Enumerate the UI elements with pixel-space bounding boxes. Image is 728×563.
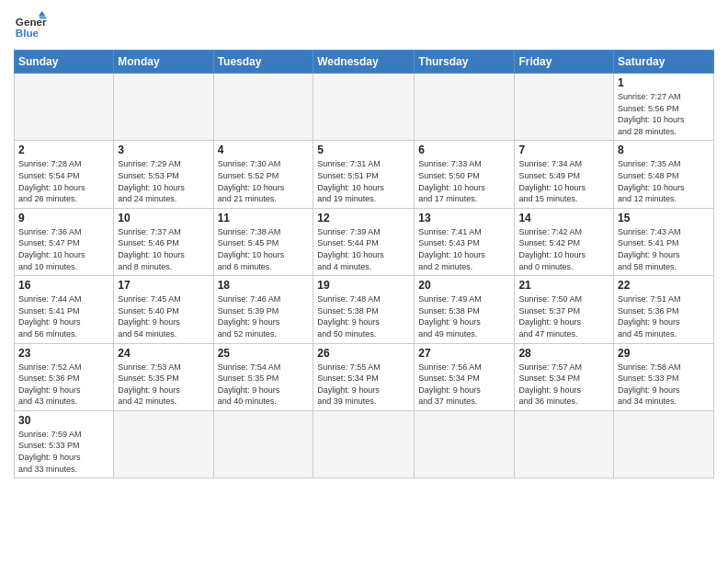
calendar-day-cell bbox=[415, 74, 515, 141]
calendar-day-cell: 17Sunrise: 7:45 AM Sunset: 5:40 PM Dayli… bbox=[114, 276, 213, 343]
calendar-day-cell: 24Sunrise: 7:53 AM Sunset: 5:35 PM Dayli… bbox=[114, 343, 213, 410]
calendar-day-cell bbox=[213, 410, 313, 477]
calendar-day-cell: 6Sunrise: 7:33 AM Sunset: 5:50 PM Daylig… bbox=[415, 141, 515, 208]
day-info: Sunrise: 7:48 AM Sunset: 5:38 PM Dayligh… bbox=[317, 293, 410, 339]
calendar-day-cell: 21Sunrise: 7:50 AM Sunset: 5:37 PM Dayli… bbox=[515, 276, 614, 343]
day-number: 16 bbox=[18, 279, 109, 292]
day-info: Sunrise: 7:36 AM Sunset: 5:47 PM Dayligh… bbox=[18, 226, 109, 272]
calendar-day-cell bbox=[114, 410, 213, 477]
weekday-header-thursday: Thursday bbox=[415, 51, 515, 74]
day-info: Sunrise: 7:45 AM Sunset: 5:40 PM Dayligh… bbox=[118, 293, 209, 339]
calendar-day-cell: 30Sunrise: 7:59 AM Sunset: 5:33 PM Dayli… bbox=[15, 410, 114, 477]
day-number: 4 bbox=[218, 144, 310, 156]
day-number: 29 bbox=[618, 347, 710, 360]
calendar-week-row: 23Sunrise: 7:52 AM Sunset: 5:36 PM Dayli… bbox=[15, 343, 714, 410]
page: General Blue SundayMondayTuesdayWednesda… bbox=[0, 0, 728, 488]
day-info: Sunrise: 7:55 AM Sunset: 5:34 PM Dayligh… bbox=[317, 362, 410, 408]
day-info: Sunrise: 7:39 AM Sunset: 5:44 PM Dayligh… bbox=[317, 226, 410, 272]
calendar-day-cell: 15Sunrise: 7:43 AM Sunset: 5:41 PM Dayli… bbox=[614, 208, 714, 275]
calendar-day-cell: 27Sunrise: 7:56 AM Sunset: 5:34 PM Dayli… bbox=[415, 343, 515, 410]
day-info: Sunrise: 7:44 AM Sunset: 5:41 PM Dayligh… bbox=[18, 293, 109, 339]
weekday-header-tuesday: Tuesday bbox=[213, 51, 313, 74]
day-info: Sunrise: 7:35 AM Sunset: 5:48 PM Dayligh… bbox=[618, 158, 710, 204]
calendar-week-row: 1Sunrise: 7:27 AM Sunset: 5:56 PM Daylig… bbox=[15, 74, 714, 141]
day-number: 1 bbox=[618, 76, 710, 89]
day-number: 17 bbox=[118, 279, 209, 292]
calendar-day-cell: 26Sunrise: 7:55 AM Sunset: 5:34 PM Dayli… bbox=[313, 343, 415, 410]
calendar-day-cell: 14Sunrise: 7:42 AM Sunset: 5:42 PM Dayli… bbox=[515, 208, 614, 275]
calendar-day-cell: 16Sunrise: 7:44 AM Sunset: 5:41 PM Dayli… bbox=[15, 276, 114, 343]
day-info: Sunrise: 7:31 AM Sunset: 5:51 PM Dayligh… bbox=[317, 158, 410, 204]
day-number: 12 bbox=[317, 212, 410, 224]
calendar-day-cell bbox=[313, 74, 415, 141]
day-number: 7 bbox=[518, 144, 609, 156]
day-info: Sunrise: 7:51 AM Sunset: 5:36 PM Dayligh… bbox=[618, 293, 710, 339]
calendar-day-cell: 19Sunrise: 7:48 AM Sunset: 5:38 PM Dayli… bbox=[313, 276, 415, 343]
calendar-day-cell: 13Sunrise: 7:41 AM Sunset: 5:43 PM Dayli… bbox=[415, 208, 515, 275]
calendar-day-cell bbox=[415, 410, 515, 477]
svg-marker-2 bbox=[39, 11, 45, 16]
day-number: 24 bbox=[118, 347, 209, 360]
day-number: 19 bbox=[317, 279, 410, 292]
calendar-day-cell: 3Sunrise: 7:29 AM Sunset: 5:53 PM Daylig… bbox=[114, 141, 213, 208]
header-area: General Blue bbox=[14, 9, 714, 42]
day-number: 18 bbox=[218, 279, 310, 292]
day-info: Sunrise: 7:56 AM Sunset: 5:34 PM Dayligh… bbox=[418, 362, 510, 408]
calendar-week-row: 9Sunrise: 7:36 AM Sunset: 5:47 PM Daylig… bbox=[15, 208, 714, 275]
day-info: Sunrise: 7:37 AM Sunset: 5:46 PM Dayligh… bbox=[118, 226, 209, 272]
calendar-day-cell: 28Sunrise: 7:57 AM Sunset: 5:34 PM Dayli… bbox=[515, 343, 614, 410]
day-info: Sunrise: 7:28 AM Sunset: 5:54 PM Dayligh… bbox=[18, 158, 109, 204]
weekday-header-wednesday: Wednesday bbox=[313, 51, 415, 74]
calendar-day-cell: 10Sunrise: 7:37 AM Sunset: 5:46 PM Dayli… bbox=[114, 208, 213, 275]
day-number: 25 bbox=[218, 347, 310, 360]
day-info: Sunrise: 7:27 AM Sunset: 5:56 PM Dayligh… bbox=[618, 91, 710, 137]
day-number: 2 bbox=[18, 144, 109, 156]
day-info: Sunrise: 7:33 AM Sunset: 5:50 PM Dayligh… bbox=[418, 158, 510, 204]
calendar-table: SundayMondayTuesdayWednesdayThursdayFrid… bbox=[14, 50, 714, 478]
calendar-week-row: 16Sunrise: 7:44 AM Sunset: 5:41 PM Dayli… bbox=[15, 276, 714, 343]
calendar-day-cell: 5Sunrise: 7:31 AM Sunset: 5:51 PM Daylig… bbox=[313, 141, 415, 208]
day-info: Sunrise: 7:43 AM Sunset: 5:41 PM Dayligh… bbox=[618, 226, 710, 272]
day-number: 3 bbox=[118, 144, 209, 156]
day-info: Sunrise: 7:30 AM Sunset: 5:52 PM Dayligh… bbox=[218, 158, 310, 204]
day-number: 10 bbox=[118, 212, 209, 224]
day-number: 27 bbox=[418, 347, 510, 360]
day-info: Sunrise: 7:57 AM Sunset: 5:34 PM Dayligh… bbox=[518, 362, 609, 408]
calendar-day-cell: 1Sunrise: 7:27 AM Sunset: 5:56 PM Daylig… bbox=[614, 74, 714, 141]
calendar-day-cell bbox=[313, 410, 415, 477]
day-number: 22 bbox=[618, 279, 710, 292]
day-number: 13 bbox=[418, 212, 510, 224]
day-info: Sunrise: 7:53 AM Sunset: 5:35 PM Dayligh… bbox=[118, 362, 209, 408]
calendar-day-cell bbox=[213, 74, 313, 141]
day-number: 28 bbox=[518, 347, 609, 360]
calendar-day-cell: 9Sunrise: 7:36 AM Sunset: 5:47 PM Daylig… bbox=[15, 208, 114, 275]
day-number: 11 bbox=[218, 212, 310, 224]
calendar-day-cell: 22Sunrise: 7:51 AM Sunset: 5:36 PM Dayli… bbox=[614, 276, 714, 343]
weekday-header-sunday: Sunday bbox=[15, 51, 114, 74]
calendar-day-cell: 18Sunrise: 7:46 AM Sunset: 5:39 PM Dayli… bbox=[213, 276, 313, 343]
calendar-day-cell: 25Sunrise: 7:54 AM Sunset: 5:35 PM Dayli… bbox=[213, 343, 313, 410]
day-number: 9 bbox=[18, 212, 109, 224]
calendar-day-cell: 7Sunrise: 7:34 AM Sunset: 5:49 PM Daylig… bbox=[515, 141, 614, 208]
day-number: 15 bbox=[618, 212, 710, 224]
weekday-header-friday: Friday bbox=[515, 51, 614, 74]
day-info: Sunrise: 7:52 AM Sunset: 5:36 PM Dayligh… bbox=[18, 362, 109, 408]
day-info: Sunrise: 7:54 AM Sunset: 5:35 PM Dayligh… bbox=[218, 362, 310, 408]
weekday-header-saturday: Saturday bbox=[614, 51, 714, 74]
day-number: 21 bbox=[518, 279, 609, 292]
day-number: 6 bbox=[418, 144, 510, 156]
svg-text:Blue: Blue bbox=[16, 27, 40, 39]
calendar-day-cell: 11Sunrise: 7:38 AM Sunset: 5:45 PM Dayli… bbox=[213, 208, 313, 275]
day-info: Sunrise: 7:50 AM Sunset: 5:37 PM Dayligh… bbox=[518, 293, 609, 339]
day-number: 23 bbox=[18, 347, 109, 360]
day-info: Sunrise: 7:58 AM Sunset: 5:33 PM Dayligh… bbox=[618, 362, 710, 408]
calendar-day-cell bbox=[614, 410, 714, 477]
weekday-header-row: SundayMondayTuesdayWednesdayThursdayFrid… bbox=[15, 51, 714, 74]
calendar-day-cell bbox=[114, 74, 213, 141]
calendar-day-cell bbox=[515, 74, 614, 141]
day-number: 14 bbox=[518, 212, 609, 224]
calendar-day-cell bbox=[515, 410, 614, 477]
day-number: 30 bbox=[18, 414, 109, 427]
calendar-day-cell bbox=[15, 74, 114, 141]
calendar-day-cell: 29Sunrise: 7:58 AM Sunset: 5:33 PM Dayli… bbox=[614, 343, 714, 410]
